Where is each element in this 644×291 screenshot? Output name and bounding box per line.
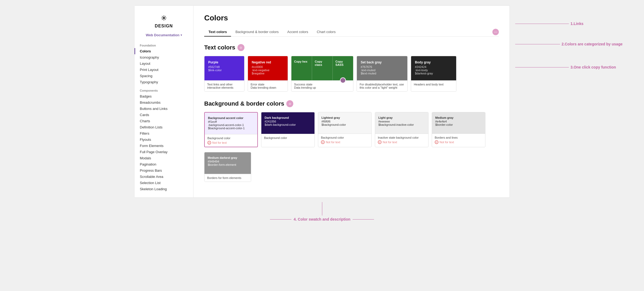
sidebar-item-modals[interactable]: Modals bbox=[134, 155, 193, 161]
swatch-lightest-gray-color: Lightest gray #f6f6f6 $background-color bbox=[318, 112, 371, 134]
sidebar-item-typography[interactable]: Typography bbox=[134, 79, 193, 85]
not-for-text-label-lightest: Not for text bbox=[326, 141, 340, 144]
swatch-darkest-gray-var: $border-form-element bbox=[208, 163, 248, 166]
not-for-text-label-medium: Not for text bbox=[440, 141, 454, 144]
swatch-darkest-gray-color: Medium darkest gray #949494 $border-form… bbox=[204, 152, 251, 174]
not-for-text-icon-medium: ⊘ bbox=[435, 140, 438, 144]
annotations-panel: 1.Links 2.Colors are categorized by usag… bbox=[515, 21, 623, 85]
swatch-bg-accent-name: Background accent color bbox=[208, 116, 254, 120]
annotation-3: 3.One click copy function bbox=[515, 65, 623, 69]
design-logo-icon: ✳ bbox=[140, 14, 188, 23]
sidebar-item-cards[interactable]: Cards bbox=[134, 112, 193, 118]
swatch-green-sass-label: Copy SASS bbox=[335, 60, 350, 66]
sidebar-item-colors[interactable]: Colors bbox=[134, 48, 193, 54]
tab-chart-colors[interactable]: Chart colors bbox=[313, 28, 340, 37]
not-for-text-accent: ⊘ Not for text bbox=[207, 141, 255, 145]
sidebar-item-skeleton-loading[interactable]: Skeleton Loading bbox=[134, 186, 193, 192]
swatch-body-hex: #242424 bbox=[415, 65, 452, 69]
sidebar: ✳ DESIGN Web Documentation Foundation Co… bbox=[134, 6, 193, 197]
swatch-lightest-gray: Lightest gray #f6f6f6 $background-color … bbox=[318, 112, 372, 147]
annotation-4-right-line bbox=[353, 219, 374, 220]
swatch-medium-gray-hex: #e4e4e4 bbox=[435, 120, 482, 123]
sidebar-dropdown-btn[interactable]: Web Documentation bbox=[146, 33, 182, 37]
sidebar-logo-area: ✳ DESIGN bbox=[134, 11, 193, 30]
annotation-4-left-line bbox=[270, 219, 291, 220]
swatch-purple-color: Purple #5627d8 $link-color bbox=[204, 56, 244, 80]
sidebar-item-pagination[interactable]: Pagination bbox=[134, 161, 193, 167]
swatch-lightest-gray-name: Lightest gray bbox=[321, 116, 368, 119]
bg-colors-copy-icon[interactable]: ⊙ bbox=[286, 100, 293, 107]
tab-accent-colors[interactable]: Accent colors bbox=[283, 28, 313, 37]
sidebar-dropdown[interactable]: Web Documentation bbox=[140, 33, 188, 37]
swatch-dark-bg-color: Dark background #241056 $dark-background… bbox=[261, 112, 314, 134]
text-colors-header: Text colors ⊙ bbox=[204, 44, 499, 51]
not-for-text-light: ⊘ Not for text bbox=[378, 140, 426, 144]
swatch-green-hex-label: Copy hex bbox=[294, 60, 309, 63]
sidebar-item-progress-bars[interactable]: Progress Bars bbox=[134, 167, 193, 174]
sidebar-item-flyouts[interactable]: Flyouts bbox=[134, 136, 193, 143]
sidebar-item-filters[interactable]: Filters bbox=[134, 130, 193, 136]
text-colors-copy-icon[interactable]: ⊙ bbox=[237, 44, 244, 51]
swatch-gray-color: Set back gray #767676 .text-muted $text-… bbox=[357, 56, 407, 80]
tab-bg-border-colors[interactable]: Background & border colors bbox=[231, 28, 283, 37]
copy-dot bbox=[340, 77, 346, 83]
swatch-red-class: .text-negative bbox=[252, 69, 284, 72]
not-for-text-icon-accent: ⊘ bbox=[207, 141, 211, 145]
swatch-red-hex: #cc0000 bbox=[252, 65, 284, 69]
tabs-row: Text colors Background & border colors A… bbox=[204, 28, 499, 37]
swatch-body-color: Body gray #242424 .text-body $darkest-gr… bbox=[411, 56, 456, 80]
sidebar-item-badges[interactable]: Badges bbox=[134, 93, 193, 99]
sidebar-item-iconography[interactable]: Iconography bbox=[134, 54, 193, 60]
swatch-green-class-part[interactable]: Copy class bbox=[312, 56, 332, 80]
sidebar-item-spacing[interactable]: Spacing bbox=[134, 73, 193, 79]
sidebar-item-layout[interactable]: Layout bbox=[134, 60, 193, 67]
sidebar-item-scrollable-area[interactable]: Scrollable Area bbox=[134, 174, 193, 180]
main-content: Colors Text colors Background & border c… bbox=[193, 6, 510, 197]
sidebar-item-selection-list[interactable]: Selection List bbox=[134, 180, 193, 186]
swatch-negative-red: Negative red #cc0000 .text-negative $neg… bbox=[248, 56, 288, 92]
sidebar-item-full-page-overlay[interactable]: Full Page Overlay bbox=[134, 149, 193, 155]
swatch-purple-var: $link-color bbox=[208, 69, 240, 72]
sidebar-item-definition-lists[interactable]: Definition Lists bbox=[134, 124, 193, 130]
swatch-green-sass-part[interactable]: Copy SASS bbox=[332, 56, 353, 80]
sidebar-item-buttons[interactable]: Buttons and Links bbox=[134, 106, 193, 112]
sidebar-item-form-elements[interactable]: Form Elements bbox=[134, 143, 193, 149]
annotation-3-text: 3.One click copy function bbox=[570, 65, 616, 69]
swatch-purple-name: Purple bbox=[208, 60, 240, 64]
swatch-gray-class: .text-muted bbox=[361, 69, 404, 72]
text-colors-title: Text colors bbox=[204, 44, 235, 51]
swatch-light-gray-desc: Inactive state background color ⊘ Not fo… bbox=[375, 134, 428, 146]
swatch-dark-bg-name: Dark background bbox=[265, 116, 311, 119]
tab-scroll-button[interactable]: — bbox=[492, 29, 499, 35]
swatch-darkest-gray-hex: #949494 bbox=[208, 160, 248, 163]
swatch-medium-gray-color: Medium gray #e4e4e4 $border-color bbox=[432, 112, 485, 134]
swatch-darkest-gray-name: Medium darkest gray bbox=[208, 156, 248, 159]
swatch-gray-var: $text-muted bbox=[361, 72, 404, 75]
swatch-purple-desc: Text links and other interactive element… bbox=[204, 80, 244, 91]
swatch-medium-gray-var: $border-color bbox=[435, 123, 482, 126]
swatch-medium-gray: Medium gray #e4e4e4 $border-color Border… bbox=[432, 112, 485, 147]
swatch-bg-accent-color: Background accent color #f1ecff .backgro… bbox=[205, 113, 257, 134]
page-title: Colors bbox=[204, 14, 499, 22]
swatch-gray-desc: For disabled/placeholder text, use this … bbox=[357, 80, 407, 91]
swatch-darkest-gray-desc: Borders for form elements bbox=[204, 174, 251, 182]
bg-colors-header: Background & border colors ⊙ bbox=[204, 100, 499, 107]
text-colors-swatches-grid: Purple #5627d8 $link-color Text links an… bbox=[204, 56, 499, 92]
swatch-medium-gray-name: Medium gray bbox=[435, 116, 482, 119]
swatch-light-gray: Light gray #eeeeee $background-inactive-… bbox=[375, 112, 429, 147]
swatch-dark-bg-hex: #241056 bbox=[265, 120, 311, 123]
not-for-text-icon-light: ⊘ bbox=[378, 140, 382, 144]
sidebar-item-charts[interactable]: Charts bbox=[134, 118, 193, 124]
tab-text-colors[interactable]: Text colors bbox=[204, 28, 231, 37]
swatch-bg-accent: Background accent color #f1ecff .backgro… bbox=[204, 112, 258, 147]
swatch-bg-accent-desc: Background color ⊘ Not for text bbox=[205, 134, 257, 147]
not-for-text-lightest: ⊘ Not for text bbox=[321, 140, 369, 144]
sidebar-item-print-layout[interactable]: Print Layout bbox=[134, 67, 193, 73]
swatch-bg-accent-var: $background-accent-color-1 bbox=[208, 127, 254, 130]
sidebar-item-breadcrumbs[interactable]: Breadcrumbs bbox=[134, 99, 193, 106]
swatch-purple-hex: #5627d8 bbox=[208, 65, 240, 69]
not-for-text-label-accent: Not for text bbox=[212, 141, 227, 144]
swatch-green-hex-part[interactable]: Copy hex bbox=[291, 56, 312, 80]
annotation-4-area: 4. Color swatch and description bbox=[134, 202, 510, 221]
annotation-2: 2.Colors are categorized by usage bbox=[515, 42, 623, 46]
